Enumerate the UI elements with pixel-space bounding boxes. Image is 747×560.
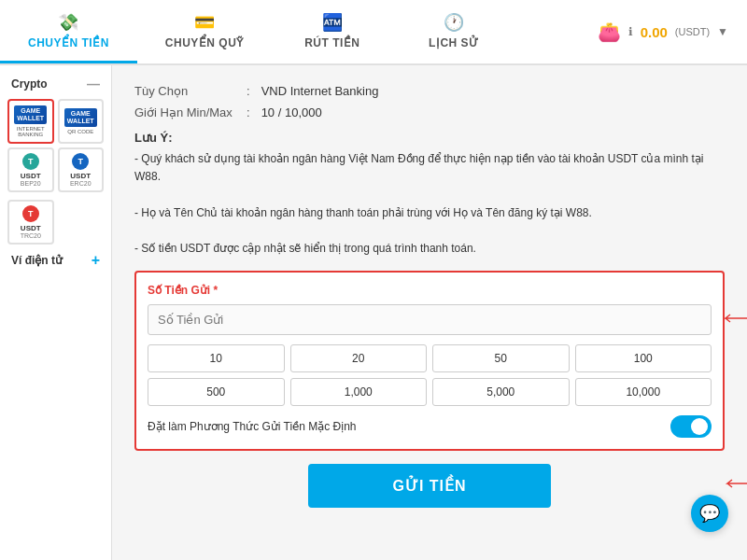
luu-y-text: - Quý khách sử dụng tài khoản ngân hàng … (134, 150, 725, 258)
amount-btn-20[interactable]: 20 (290, 344, 428, 372)
wallet-icon: 👛 (598, 21, 621, 43)
default-toggle[interactable] (670, 415, 712, 438)
tuy-chon-sep: : (247, 84, 250, 98)
lich-su-label: LỊCH SỬ (429, 36, 479, 49)
usdt-trc20-badge: T (22, 205, 39, 222)
payment-usdt-erc20[interactable]: T USDT ERC20 (58, 147, 105, 192)
tab-rut-tien[interactable]: 🏧 RÚT TIỀN (272, 0, 393, 63)
game-wallet-ib-subtitle: INTERNET BANKING (13, 126, 49, 137)
amount-btn-500[interactable]: 500 (148, 378, 285, 406)
vi-label: Ví điện tử (11, 254, 63, 267)
amount-btn-10[interactable]: 10 (148, 344, 285, 372)
payment-usdt-bep20[interactable]: T USDT BEP20 (7, 147, 54, 192)
default-toggle-row: Đặt làm Phương Thức Gửi Tiền Mặc Định (148, 415, 712, 438)
usdt-erc20-label: USDT (70, 172, 92, 180)
gioi-han-sep: : (247, 105, 250, 119)
luu-y-section: Lưu Ý: - Quý khách sử dụng tài khoản ngâ… (134, 131, 725, 258)
usdt-trc20-sub: TRC20 (21, 232, 41, 239)
payment-grid: GAME WALLET INTERNET BANKING GAME WALLET… (7, 99, 104, 192)
usdt-bep20-icon: T (22, 153, 39, 170)
usdt-trc20-icon: T (22, 205, 39, 222)
tab-chuyen-quy[interactable]: 💳 CHUYỂN QUỸ (137, 0, 272, 63)
sidebar: Crypto — GAME WALLET INTERNET BANKING (0, 65, 112, 560)
balance-amount: 0.00 (641, 24, 668, 40)
usdt-bep20-sub: BEP20 (21, 180, 41, 187)
default-method-label: Đặt làm Phương Thức Gửi Tiền Mặc Định (148, 420, 357, 433)
usdt-erc20-icon: T (72, 153, 89, 170)
balance-chevron-icon: ▼ (717, 25, 728, 38)
chat-icon: 💬 (699, 503, 720, 524)
chuyen-tien-icon: 💸 (58, 12, 78, 33)
tuy-chon-label: Tùy Chọn (134, 84, 247, 98)
chat-button[interactable]: 💬 (691, 495, 728, 532)
usdt-erc20-sub: ERC20 (70, 180, 92, 187)
game-wallet-qr-logo: GAME WALLET QR CODE (64, 108, 97, 135)
game-wallet-qr-badge: GAME WALLET (64, 108, 97, 128)
amount-btn-1000[interactable]: 1,000 (290, 378, 428, 406)
tab-lich-su[interactable]: 🕐 LỊCH SỬ (393, 0, 514, 63)
usdt-bep20-label: USDT (21, 172, 41, 180)
amount-buttons-row2: 500 1,000 5,000 10,000 (148, 378, 712, 406)
gioi-han-value: 10 / 10,000 (261, 105, 322, 119)
amount-buttons-row1: 10 20 50 100 (148, 344, 712, 372)
toggle-slider (670, 415, 712, 438)
sidebar-vi-section: Ví điện tử + (7, 252, 104, 269)
collapse-icon[interactable]: — (87, 77, 100, 91)
usdt-bep20-badge: T (22, 153, 39, 170)
info-icon: ℹ (628, 25, 633, 38)
crypto-label: Crypto (11, 77, 48, 91)
amount-btn-10000[interactable]: 10,000 (575, 378, 712, 406)
rut-tien-icon: 🏧 (322, 12, 343, 33)
usdt-trc20-label: USDT (21, 224, 41, 232)
add-wallet-icon[interactable]: + (92, 252, 100, 269)
amount-btn-100[interactable]: 100 (575, 344, 712, 372)
payment-usdt-trc20[interactable]: T USDT TRC20 (7, 200, 54, 245)
amount-input-section: 2 Số Tiền Gửi * 10 20 50 100 500 1,000 5… (134, 271, 725, 451)
game-wallet-ib-badge: GAME WALLET (14, 105, 47, 125)
tuy-chon-row: Tùy Chọn : VND Internet Banking (134, 84, 725, 98)
usdt-erc20-badge: T (72, 153, 89, 170)
top-nav: 💸 CHUYỂN TIỀN 💳 CHUYỂN QUỸ 🏧 RÚT TIỀN 🕐 … (0, 0, 747, 65)
sidebar-crypto-section: Crypto — (7, 77, 104, 91)
app-container: 💸 CHUYỂN TIỀN 💳 CHUYỂN QUỸ 🏧 RÚT TIỀN 🕐 … (0, 0, 747, 560)
right-panel: 1 Tùy Chọn : VND Internet Banking Giới H… (112, 65, 747, 560)
tab-chuyen-tien[interactable]: 💸 CHUYỂN TIỀN (0, 0, 137, 63)
chuyen-quy-icon: 💳 (194, 12, 215, 33)
tuy-chon-value: VND Internet Banking (261, 84, 379, 98)
amount-btn-5000[interactable]: 5,000 (432, 378, 570, 406)
so-tien-gui-input[interactable] (148, 304, 712, 335)
annotation-2: 2 (721, 310, 747, 327)
balance-currency: (USDT) (675, 26, 710, 37)
chuyen-tien-label: CHUYỂN TIỀN (28, 36, 109, 49)
chuyen-quy-label: CHUYỂN QUỸ (165, 36, 244, 49)
annotation-3: 3 (723, 475, 747, 492)
main-content: Crypto — GAME WALLET INTERNET BANKING (0, 65, 747, 560)
so-tien-gui-label: Số Tiền Gửi * (148, 284, 712, 297)
gioi-han-label: Giới Hạn Min/Max (134, 105, 247, 119)
submit-button[interactable]: GỬI TIỀN (308, 464, 551, 508)
game-wallet-qr-subtitle: QR CODE (67, 129, 93, 134)
amount-btn-50[interactable]: 50 (432, 344, 570, 372)
payment-game-wallet-qr[interactable]: GAME WALLET QR CODE (58, 99, 105, 144)
payment-grid-trc20: T USDT TRC20 (7, 200, 104, 245)
luu-y-title: Lưu Ý: (134, 131, 725, 145)
submit-area: 3 GỬI TIỀN (134, 464, 725, 508)
game-wallet-ib-logo: GAME WALLET INTERNET BANKING (13, 105, 49, 138)
gioi-han-row: Giới Hạn Min/Max : 10 / 10,000 (134, 105, 725, 119)
lich-su-icon: 🕐 (444, 12, 464, 33)
balance-area[interactable]: 👛 ℹ 0.00 (USDT) ▼ (598, 21, 728, 43)
payment-game-wallet-ib[interactable]: GAME WALLET INTERNET BANKING (7, 99, 54, 144)
rut-tien-label: RÚT TIỀN (304, 36, 359, 49)
